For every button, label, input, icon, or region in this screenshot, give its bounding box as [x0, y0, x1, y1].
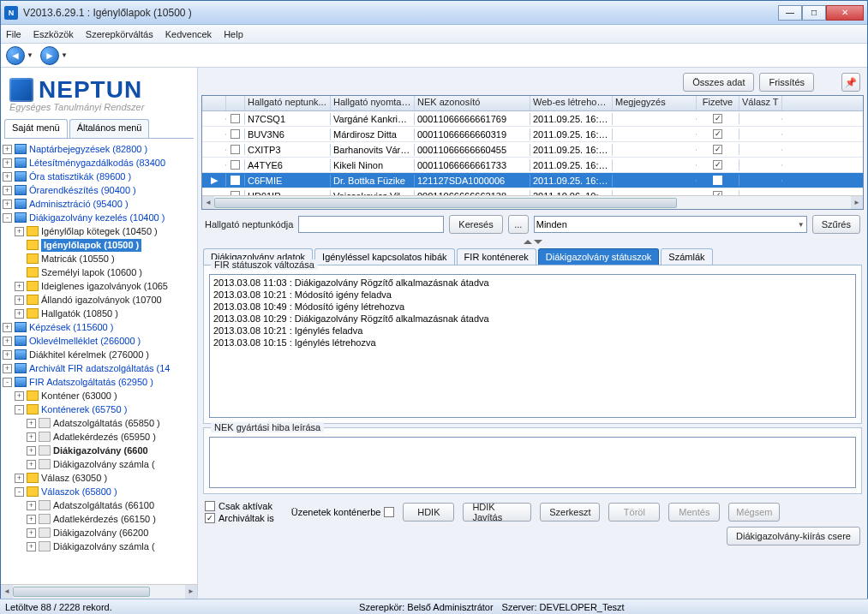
- menu-roleswitch[interactable]: Szerepkörváltás: [86, 29, 153, 39]
- detail-tab[interactable]: Számlák: [661, 248, 712, 265]
- detail-tab[interactable]: FIR konténerek: [457, 248, 536, 265]
- delete-button[interactable]: Töröl: [608, 503, 660, 522]
- error-textarea[interactable]: [209, 437, 856, 488]
- minimize-button[interactable]: —: [778, 5, 802, 21]
- col-neptun[interactable]: Hallgató neptunk...: [245, 96, 331, 110]
- logo-text: NEPTUN: [39, 76, 142, 104]
- search-input[interactable]: [298, 216, 444, 233]
- data-grid[interactable]: Hallgató neptunk... Hallgató nyomtatá...…: [201, 95, 864, 210]
- tree-node[interactable]: +Órarendkészítés (90400 ): [3, 183, 195, 197]
- table-row[interactable]: CXITP3Barhanovits Várkony000110666666604…: [202, 142, 863, 158]
- col-name[interactable]: Hallgató nyomtatá...: [331, 96, 415, 110]
- action-row: Csak aktívak ✓ Archiváltak is Üzenetek k…: [198, 498, 867, 527]
- table-row[interactable]: N7CSQ1Vargáné Kankrinyi F000110666666617…: [202, 111, 863, 127]
- tree-node[interactable]: +Diákigazolvány (6600: [3, 444, 195, 457]
- menu-file[interactable]: File: [6, 29, 21, 39]
- status-records: Letöltve 88 / 2228 rekord.: [5, 602, 112, 612]
- tree-node[interactable]: -FIR Adatszolgáltatás (62950 ): [3, 375, 195, 389]
- col-rowhead[interactable]: [202, 96, 226, 110]
- col-web[interactable]: Web-es létrehozá...: [530, 96, 613, 110]
- grid-header: Hallgató neptunk... Hallgató nyomtatá...…: [202, 96, 863, 111]
- tree-node[interactable]: +Igénylőlap kötegek (10450 ): [3, 224, 195, 238]
- tree-node[interactable]: -Diákigazolvány kezelés (10400 ): [3, 211, 195, 224]
- tree-hscroll[interactable]: ◄►: [1, 584, 197, 598]
- col-note[interactable]: Megjegyzés: [613, 96, 697, 110]
- status-log[interactable]: 2013.03.08 11:03 : Diákigazolvány Rögzít…: [209, 274, 856, 418]
- status-role: Szerepkör: Belső Adminisztrátor: [359, 602, 494, 612]
- col-nek[interactable]: NEK azonosító: [415, 96, 530, 110]
- table-row[interactable]: ▶C6FMIEDr. Bottka Füzike121127SDA1000006…: [202, 173, 863, 188]
- menu-favorites[interactable]: Kedvencek: [165, 29, 212, 39]
- tree-node[interactable]: Igénylőlapok (10500 ): [3, 238, 195, 252]
- splitter[interactable]: [198, 237, 867, 246]
- search-button[interactable]: Keresés: [449, 215, 502, 234]
- back-dropdown[interactable]: ▼: [27, 51, 33, 59]
- tree-node[interactable]: Matricák (10550 ): [3, 252, 195, 265]
- tree-node[interactable]: +Hallgatók (10850 ): [3, 307, 195, 320]
- tree-node[interactable]: +Válasz (63050 ): [3, 471, 195, 485]
- forward-dropdown[interactable]: ▼: [61, 51, 68, 59]
- tree-node[interactable]: +Adatlekérdezés (66150 ): [3, 512, 195, 526]
- hdik-button[interactable]: HDIK: [403, 503, 454, 522]
- table-row[interactable]: BUV3N6Márdirosz Ditta0001106666666031920…: [202, 127, 863, 142]
- grid-hscroll[interactable]: ◄►: [202, 195, 863, 209]
- filter-button[interactable]: Szűrés: [812, 215, 860, 234]
- archived-checkbox[interactable]: ✓: [205, 513, 215, 523]
- tree-node[interactable]: +Adatlekérdezés (65950 ): [3, 430, 195, 444]
- statusbar: Letöltve 88 / 2228 rekord. Szerepkör: Be…: [0, 599, 868, 614]
- only-active-checkbox[interactable]: [205, 501, 215, 511]
- pin-icon[interactable]: 📌: [841, 73, 860, 92]
- status-log-group: FIR státuszok változása 2013.03.08 11:03…: [203, 265, 862, 424]
- tree-node[interactable]: -Válaszok (65800 ): [3, 485, 195, 498]
- tree-node[interactable]: +Konténer (63000 ): [3, 389, 195, 402]
- nav-tree[interactable]: +Naptárbejegyzések (82800 )+Létesítményg…: [1, 139, 197, 584]
- detail-tab[interactable]: Igényléssel kapcsolatos hibák: [314, 248, 455, 265]
- col-paid[interactable]: Fizetve: [697, 96, 739, 110]
- tree-node[interactable]: +Diákhitel kérelmek (276000 ): [3, 348, 195, 361]
- logo-slogan: Egységes Tanulmányi Rendszer: [9, 102, 197, 112]
- table-row[interactable]: HD91IPVojcsekovics Vilma0001106666666213…: [202, 188, 863, 195]
- maximize-button[interactable]: □: [802, 5, 826, 21]
- logo: NEPTUN Egységes Tanulmányi Rendszer: [1, 68, 197, 114]
- tree-node[interactable]: +Diákigazolvány számla (: [3, 457, 195, 471]
- filter-select[interactable]: Minden▼: [534, 216, 807, 233]
- status-log-legend: FIR státuszok változása: [211, 259, 318, 270]
- tree-node[interactable]: +Adminisztráció (95400 ): [3, 197, 195, 211]
- tree-node[interactable]: +Ideiglenes igazolványok (1065: [3, 279, 195, 293]
- menu-help[interactable]: Help: [224, 29, 243, 39]
- sidetab-own[interactable]: Saját menü: [4, 119, 68, 138]
- swap-button[interactable]: Diákigazolvány-kiírás csere: [727, 527, 860, 545]
- col-answer[interactable]: Válasz T: [739, 96, 782, 110]
- close-button[interactable]: ✕: [826, 5, 864, 21]
- tree-node[interactable]: +Diákigazolvány számla (: [3, 539, 195, 553]
- edit-button[interactable]: Szerkeszt: [540, 503, 600, 522]
- cancel-button[interactable]: Mégsem: [728, 503, 780, 522]
- refresh-button[interactable]: Frissítés: [759, 73, 814, 92]
- sidetab-general[interactable]: Általános menü: [69, 119, 150, 138]
- detail-tab[interactable]: Diákigazolvány státuszok: [538, 248, 660, 265]
- search-row: Hallgató neptunkódja Keresés ... Minden▼…: [198, 210, 867, 237]
- tree-node[interactable]: +Diákigazolvány (66200: [3, 526, 195, 539]
- tree-node[interactable]: +Naptárbejegyzések (82800 ): [3, 142, 195, 156]
- tree-node[interactable]: +Képzések (115600 ): [3, 320, 195, 334]
- search-more-button[interactable]: ...: [508, 215, 529, 234]
- tree-node[interactable]: +Állandó igazolványok (10700: [3, 293, 195, 307]
- save-button[interactable]: Mentés: [668, 503, 720, 522]
- status-server: Szerver: DEVELOPER_Teszt: [502, 602, 625, 612]
- tree-node[interactable]: +Létesítménygazdálkodás (83400: [3, 156, 195, 170]
- menu-tools[interactable]: Eszközök: [33, 29, 74, 39]
- forward-button[interactable]: ►: [40, 46, 59, 65]
- hdik-fix-button[interactable]: HDIK Javítás: [463, 503, 531, 522]
- col-check[interactable]: [226, 96, 245, 110]
- msg-container-checkbox[interactable]: [384, 507, 394, 517]
- tree-node[interactable]: +Adatszolgáltatás (66100: [3, 498, 195, 512]
- all-data-button[interactable]: Összes adat: [683, 73, 754, 92]
- tree-node[interactable]: +Adatszolgáltatás (65850 ): [3, 416, 195, 430]
- table-row[interactable]: A4TYE6Kikeli Ninon000110666666617332011.…: [202, 158, 863, 173]
- tree-node[interactable]: Személyi lapok (10600 ): [3, 265, 195, 279]
- tree-node[interactable]: +Oklevélmelléklet (266000 ): [3, 334, 195, 348]
- tree-node[interactable]: +Archivált FIR adatszolgáltatás (14: [3, 361, 195, 375]
- back-button[interactable]: ◄: [6, 46, 25, 65]
- tree-node[interactable]: +Óra statisztikák (89600 ): [3, 170, 195, 183]
- tree-node[interactable]: -Konténerek (65750 ): [3, 402, 195, 416]
